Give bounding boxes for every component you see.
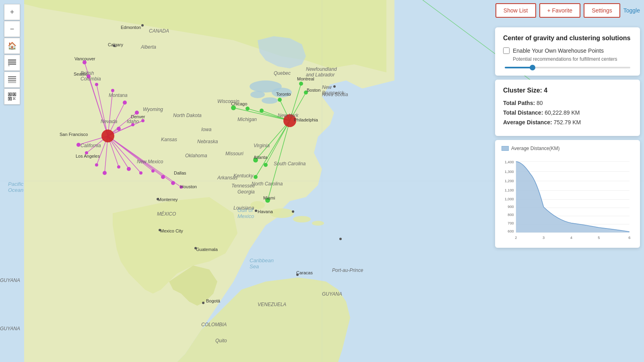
total-distance-row: Total Distance: 60,222.89 KM	[503, 109, 632, 116]
favorite-button[interactable]: + Favorite	[539, 3, 581, 18]
svg-point-7	[250, 91, 265, 98]
show-list-button[interactable]: Show List	[495, 3, 536, 18]
sub-label: Potential recommendations for fulfillmen…	[503, 56, 632, 62]
svg-point-40	[87, 74, 91, 78]
svg-point-68	[265, 198, 270, 203]
total-paths-value: 80	[537, 100, 543, 106]
svg-point-43	[123, 101, 127, 105]
svg-rect-98	[9, 98, 10, 100]
svg-text:700: 700	[508, 221, 514, 225]
svg-text:1,000: 1,000	[505, 197, 514, 201]
svg-point-64	[299, 82, 303, 86]
svg-point-70	[283, 114, 296, 127]
svg-rect-102	[14, 99, 15, 100]
svg-point-69	[101, 130, 114, 142]
total-paths-row: Total Paths: 80	[503, 100, 632, 106]
svg-point-54	[139, 171, 142, 175]
avg-distance-row: Average Distance: 752.79 KM	[503, 119, 632, 125]
svg-rect-85	[8, 60, 16, 61]
svg-point-4	[312, 221, 324, 226]
svg-text:6: 6	[628, 236, 630, 240]
svg-point-61	[260, 109, 264, 113]
svg-text:3: 3	[543, 236, 545, 240]
svg-text:1,200: 1,200	[505, 179, 514, 183]
slider-thumb[interactable]	[530, 65, 535, 70]
svg-point-67	[254, 175, 258, 179]
svg-point-39	[83, 60, 87, 64]
svg-text:900: 900	[508, 205, 514, 209]
slider-track	[505, 67, 630, 68]
slider-fill	[505, 67, 533, 68]
svg-rect-96	[14, 93, 15, 95]
svg-point-62	[278, 98, 282, 102]
svg-point-59	[231, 105, 236, 110]
svg-point-41	[95, 83, 98, 86]
svg-rect-88	[8, 66, 10, 66]
toggle-button[interactable]: Toggle	[623, 7, 640, 14]
layers-button[interactable]	[4, 72, 20, 88]
svg-rect-99	[13, 97, 14, 98]
svg-rect-103	[14, 98, 14, 99]
svg-point-58	[180, 185, 183, 189]
cluster-title: Cluster Size: 4	[503, 87, 632, 94]
settings-button[interactable]: Settings	[584, 3, 620, 18]
svg-text:2: 2	[515, 236, 517, 240]
gravity-title: Center of gravity and clustering solutio…	[503, 35, 632, 42]
total-distance-value: 60,222.89 KM	[545, 109, 580, 116]
svg-point-1	[250, 201, 265, 209]
svg-rect-91	[8, 80, 16, 81]
svg-point-52	[117, 165, 120, 169]
checkbox-label: Enable Your Own Warehouse Points	[513, 47, 604, 54]
chart-legend: Average Distance(KM)	[502, 146, 634, 151]
svg-point-2	[270, 208, 294, 218]
svg-point-3	[293, 216, 311, 222]
map-container: Vancouver Seattle San Francisco Los Ange…	[0, 0, 644, 362]
svg-point-48	[76, 143, 80, 147]
svg-point-63	[304, 90, 308, 95]
list-view-button[interactable]	[4, 55, 20, 71]
total-paths-label: Total Paths:	[503, 100, 537, 106]
legend-box	[502, 146, 509, 151]
home-button[interactable]: 🏠	[4, 38, 20, 54]
svg-point-53	[127, 167, 131, 171]
svg-point-42	[111, 89, 114, 92]
left-toolbar: + − 🏠	[4, 4, 20, 105]
svg-point-8	[262, 97, 278, 104]
svg-text:1,100: 1,100	[505, 188, 514, 192]
svg-point-47	[117, 127, 121, 131]
svg-text:5: 5	[598, 236, 600, 240]
svg-point-57	[171, 181, 175, 185]
avg-distance-label: Average Distance:	[503, 119, 554, 125]
svg-text:1,300: 1,300	[505, 170, 514, 174]
svg-point-55	[151, 169, 155, 173]
svg-point-44	[135, 111, 139, 115]
svg-rect-89	[8, 76, 16, 77]
svg-rect-100	[14, 97, 15, 98]
qr-button[interactable]	[4, 88, 20, 105]
svg-text:600: 600	[508, 229, 514, 233]
svg-point-66	[264, 163, 268, 167]
chart-panel: Average Distance(KM) 1,400 1,300 1,200 1…	[495, 140, 640, 248]
svg-point-6	[272, 88, 292, 97]
cluster-panel: Cluster Size: 4 Total Paths: 80 Total Di…	[495, 80, 640, 136]
zoom-in-button[interactable]: +	[4, 4, 20, 20]
svg-point-60	[246, 107, 250, 111]
svg-rect-86	[8, 62, 16, 63]
svg-rect-92	[8, 82, 16, 83]
legend-label: Average Distance(KM)	[511, 146, 560, 151]
right-panel: Center of gravity and clustering solutio…	[495, 27, 640, 248]
svg-rect-101	[13, 99, 14, 100]
chart-area: 1,400 1,300 1,200 1,100 1,000 900 800 70…	[502, 155, 634, 244]
svg-point-56	[161, 175, 165, 179]
top-toolbar: Show List + Favorite Settings Toggle	[495, 3, 640, 18]
slider-container	[503, 67, 632, 68]
svg-point-49	[85, 151, 88, 154]
svg-point-50	[95, 163, 98, 167]
enable-warehouse-checkbox[interactable]	[503, 47, 510, 54]
zoom-out-button[interactable]: −	[4, 21, 20, 37]
svg-point-45	[141, 119, 144, 122]
svg-point-46	[131, 123, 134, 126]
svg-text:1,400: 1,400	[505, 160, 514, 164]
svg-point-65	[253, 158, 258, 162]
svg-rect-87	[8, 64, 16, 65]
